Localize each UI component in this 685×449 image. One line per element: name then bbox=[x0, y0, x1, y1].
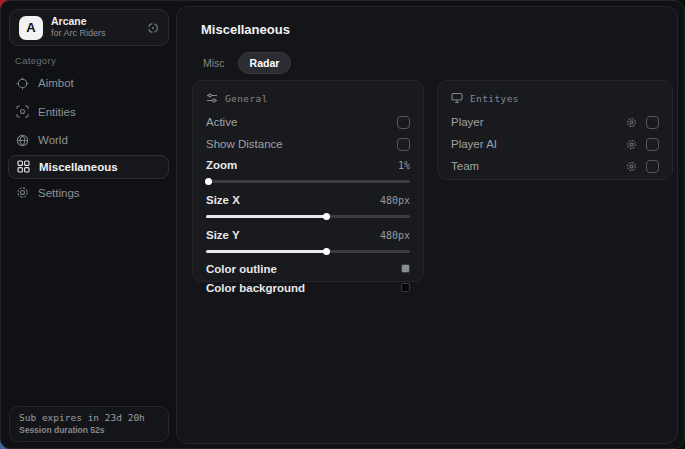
category-label: Category bbox=[15, 55, 56, 66]
gear-icon[interactable] bbox=[626, 117, 637, 128]
monitor-icon bbox=[451, 92, 463, 104]
color-outline-swatch[interactable] bbox=[401, 264, 410, 273]
setting-row-show-distance: Show Distance bbox=[206, 133, 410, 155]
sidebar-item-label: World bbox=[38, 134, 68, 146]
active-checkbox[interactable] bbox=[397, 116, 410, 129]
tab-misc[interactable]: Misc bbox=[192, 53, 236, 73]
entity-row-player: Player bbox=[451, 111, 659, 133]
sidebar-item-world[interactable]: World bbox=[1, 126, 176, 155]
sub-expiry-text: Sub expires in 23d 20h bbox=[19, 412, 159, 423]
grid-icon bbox=[17, 160, 30, 173]
gear-icon[interactable] bbox=[626, 161, 637, 172]
crosshair-icon bbox=[16, 77, 29, 90]
setting-value: 480px bbox=[380, 230, 410, 241]
sliders-icon bbox=[206, 92, 218, 104]
sidebar-nav: Aimbot Entities World bbox=[1, 69, 176, 207]
entity-label: Team bbox=[451, 160, 479, 172]
tab-bar: Misc Radar bbox=[192, 52, 291, 74]
general-card: General Active Show Distance Zoom 1% Siz… bbox=[192, 80, 424, 282]
sidebar: A Arcane for Arc Riders Category bbox=[1, 1, 176, 448]
setting-row-color-outline: Color outline bbox=[206, 259, 410, 278]
app-window: A Arcane for Arc Riders Category bbox=[0, 0, 685, 449]
scan-icon bbox=[16, 105, 29, 118]
entities-card: Entityes Player Player AI bbox=[437, 80, 673, 180]
setting-label: Size Y bbox=[206, 229, 240, 241]
tab-radar[interactable]: Radar bbox=[238, 52, 292, 74]
app-subtitle: for Arc Riders bbox=[51, 29, 139, 39]
card-title: General bbox=[225, 93, 268, 104]
entity-label: Player bbox=[451, 116, 484, 128]
setting-label: Color outline bbox=[206, 263, 277, 275]
setting-label: Active bbox=[206, 116, 237, 128]
setting-label: Size X bbox=[206, 194, 240, 206]
app-logo: A bbox=[19, 16, 43, 40]
size-y-slider[interactable] bbox=[206, 246, 410, 256]
setting-value: 480px bbox=[380, 195, 410, 206]
reload-icon[interactable] bbox=[147, 22, 159, 34]
setting-row-zoom: Zoom 1% bbox=[206, 155, 410, 175]
gear-icon bbox=[16, 186, 29, 199]
setting-label: Zoom bbox=[206, 159, 237, 171]
sidebar-item-entities[interactable]: Entities bbox=[1, 98, 176, 127]
globe-icon bbox=[16, 134, 29, 147]
entity-row-team: Team bbox=[451, 155, 659, 177]
player-ai-checkbox[interactable] bbox=[646, 138, 659, 151]
sidebar-item-label: Aimbot bbox=[38, 77, 74, 89]
slider-thumb[interactable] bbox=[323, 248, 330, 255]
session-duration-text: Session duration 52s bbox=[19, 425, 159, 435]
setting-row-color-background: Color background bbox=[206, 278, 410, 297]
app-header-card: A Arcane for Arc Riders bbox=[9, 9, 169, 46]
color-background-swatch[interactable] bbox=[401, 283, 410, 292]
sidebar-item-label: Miscellaneous bbox=[39, 161, 118, 173]
card-title: Entityes bbox=[470, 93, 519, 104]
setting-value: 1% bbox=[398, 160, 410, 171]
setting-row-active: Active bbox=[206, 111, 410, 133]
sidebar-item-label: Entities bbox=[38, 106, 76, 118]
zoom-slider[interactable] bbox=[206, 176, 410, 186]
slider-thumb[interactable] bbox=[323, 213, 330, 220]
main-panel: Miscellaneous Misc Radar General Active bbox=[176, 6, 678, 444]
subscription-card: Sub expires in 23d 20h Session duration … bbox=[9, 406, 169, 442]
sidebar-item-miscellaneous[interactable]: Miscellaneous bbox=[8, 155, 169, 179]
sidebar-item-aimbot[interactable]: Aimbot bbox=[1, 69, 176, 98]
setting-row-size-y: Size Y 480px bbox=[206, 225, 410, 245]
page-title: Miscellaneous bbox=[201, 22, 290, 37]
show-distance-checkbox[interactable] bbox=[397, 138, 410, 151]
setting-row-size-x: Size X 480px bbox=[206, 190, 410, 210]
app-name: Arcane bbox=[51, 16, 139, 28]
sidebar-item-settings[interactable]: Settings bbox=[1, 179, 176, 208]
player-checkbox[interactable] bbox=[646, 116, 659, 129]
setting-label: Color background bbox=[206, 282, 305, 294]
entity-label: Player AI bbox=[451, 138, 497, 150]
gear-icon[interactable] bbox=[626, 139, 637, 150]
team-checkbox[interactable] bbox=[646, 160, 659, 173]
slider-thumb[interactable] bbox=[205, 178, 212, 185]
sidebar-item-label: Settings bbox=[38, 187, 80, 199]
size-x-slider[interactable] bbox=[206, 211, 410, 221]
entity-row-player-ai: Player AI bbox=[451, 133, 659, 155]
setting-label: Show Distance bbox=[206, 138, 283, 150]
